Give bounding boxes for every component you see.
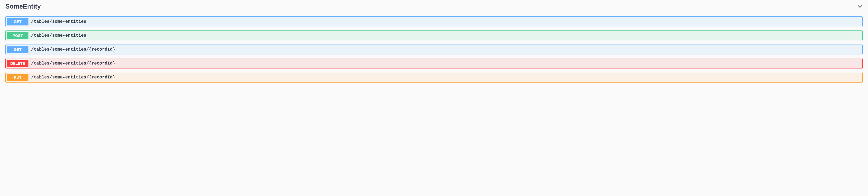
operation-row[interactable]: GET/tables/some-entities — [5, 16, 863, 27]
operation-row[interactable]: GET/tables/some-entities/{recordId} — [5, 44, 863, 55]
operation-path: /tables/some-entities — [28, 19, 86, 24]
http-method-badge: POST — [7, 32, 28, 39]
tag-title: SomeEntity — [5, 3, 41, 10]
http-method-badge: GET — [7, 18, 28, 26]
operation-path: /tables/some-entities/{recordId} — [28, 75, 115, 80]
operation-path: /tables/some-entities — [28, 33, 86, 38]
chevron-down-icon — [857, 4, 863, 9]
http-method-badge: PUT — [7, 74, 28, 81]
http-method-badge: GET — [7, 46, 28, 53]
operation-row[interactable]: PUT/tables/some-entities/{recordId} — [5, 72, 863, 83]
operation-row[interactable]: DELETE/tables/some-entities/{recordId} — [5, 58, 863, 69]
operation-path: /tables/some-entities/{recordId} — [28, 61, 115, 66]
http-method-badge: DELETE — [7, 60, 28, 67]
operation-path: /tables/some-entities/{recordId} — [28, 47, 115, 52]
api-tag-section: SomeEntity GET/tables/some-entitiesPOST/… — [0, 0, 868, 85]
operation-row[interactable]: POST/tables/some-entities — [5, 30, 863, 41]
tag-header[interactable]: SomeEntity — [0, 0, 868, 13]
operations-list: GET/tables/some-entitiesPOST/tables/some… — [0, 16, 868, 85]
